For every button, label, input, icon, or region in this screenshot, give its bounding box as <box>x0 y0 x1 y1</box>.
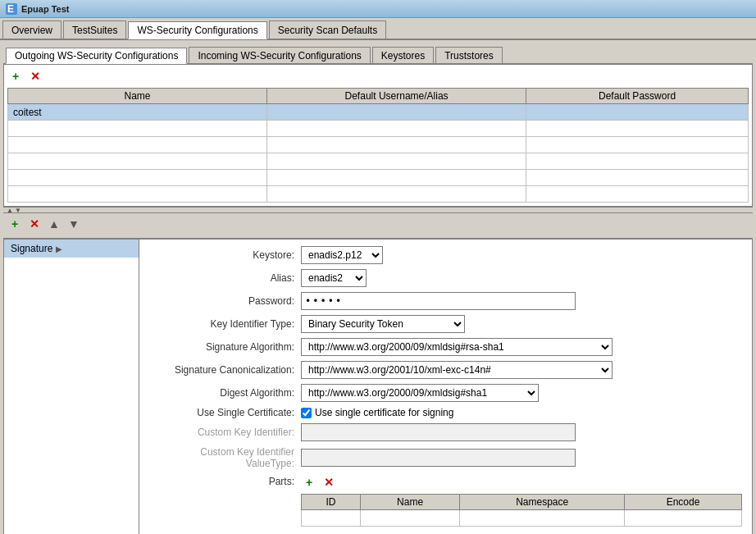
custom-key-identifier-input[interactable] <box>301 423 576 441</box>
table-row-empty <box>8 170 749 186</box>
custom-key-identifier-label: Custom Key Identifier: <box>149 427 301 438</box>
table-row-empty <box>8 153 749 170</box>
sub-tab-truststores[interactable]: Truststores <box>435 47 503 63</box>
add-entry-button[interactable]: + <box>7 216 23 232</box>
signature-algorithm-row: Signature Algorithm: http://www.w3.org/2… <box>149 338 742 356</box>
remove-entry-button[interactable]: ✕ <box>26 216 43 232</box>
col-username: Default Username/Alias <box>267 89 526 104</box>
custom-key-identifier-valuetype-row: Custom Key Identifier ValueType: <box>149 446 742 469</box>
custom-key-identifier-valuetype-input[interactable] <box>301 449 576 467</box>
password-row: Password: <box>149 292 742 310</box>
title-bar: E Epuap Test <box>0 0 756 18</box>
sub-tab-incoming[interactable]: Incoming WS-Security Configurations <box>189 47 370 63</box>
custom-key-identifier-valuetype-label: Custom Key Identifier ValueType: <box>149 446 301 469</box>
signature-canonicalization-row: Signature Canonicalization: http://www.w… <box>149 361 742 379</box>
use-single-cert-label: Use Single Certificate: <box>149 407 301 418</box>
key-identifier-type-label: Key Identifier Type: <box>149 318 301 330</box>
move-down-button[interactable]: ▼ <box>66 216 82 232</box>
parts-table: ID Name Namespace Encode <box>301 494 742 527</box>
alias-select[interactable]: enadis2 <box>301 269 367 287</box>
parts-col-encode: Encode <box>625 495 742 510</box>
cell-password <box>526 104 749 121</box>
digest-algorithm-row: Digest Algorithm: http://www.w3.org/2000… <box>149 384 742 402</box>
table-row-empty <box>8 121 749 137</box>
keystore-label: Keystore: <box>149 249 301 261</box>
sidebar-item-signature[interactable]: Signature ▶ <box>4 240 139 258</box>
use-single-cert-row: Use Single Certificate: Use single certi… <box>149 407 742 418</box>
parts-row: Parts: + ✕ ID Name Namespace <box>149 474 742 527</box>
sub-tab-bar: Outgoing WS-Security Configurations Inco… <box>3 43 753 65</box>
main-tab-bar: Overview TestSuites WS-Security Configur… <box>0 18 756 40</box>
cell-name: coitest <box>8 104 267 121</box>
signature-algorithm-label: Signature Algorithm: <box>149 341 301 353</box>
add-part-button[interactable]: + <box>301 474 317 491</box>
lower-toolbar-container: + ✕ ▲ ▼ <box>3 213 753 239</box>
tab-testsuites[interactable]: TestSuites <box>63 21 126 39</box>
lower-toolbar: + ✕ ▲ ▼ <box>7 216 749 232</box>
config-table: Name Default Username/Alias Default Pass… <box>7 88 749 203</box>
digest-algorithm-select[interactable]: http://www.w3.org/2000/09/xmldsig#sha1 <box>301 384 539 402</box>
col-password: Default Password <box>526 89 749 104</box>
table-row[interactable]: coitest <box>8 104 749 121</box>
use-single-cert-text: Use single certificate for signing <box>315 407 453 418</box>
config-panel: Keystore: enadis2.p12 Alias: enadis2 Pas… <box>139 240 752 534</box>
parts-col-name: Name <box>360 495 459 510</box>
sidebar-item-label: Signature <box>11 243 52 254</box>
keystore-row: Keystore: enadis2.p12 <box>149 246 742 264</box>
keystore-select[interactable]: enadis2.p12 <box>301 246 383 264</box>
tab-overview[interactable]: Overview <box>2 21 61 39</box>
lower-panel: Signature ▶ Keystore: enadis2.p12 Alias:… <box>3 239 753 534</box>
add-config-button[interactable]: + <box>7 68 24 84</box>
alias-row: Alias: enadis2 <box>149 269 742 287</box>
alias-label: Alias: <box>149 272 301 284</box>
use-single-cert-checkbox-group: Use single certificate for signing <box>301 407 453 418</box>
window-title: Epuap Test <box>21 4 69 14</box>
custom-key-identifier-row: Custom Key Identifier: <box>149 423 742 441</box>
parts-col-namespace: Namespace <box>460 495 625 510</box>
parts-section: + ✕ ID Name Namespace Encode <box>301 474 742 527</box>
signature-canonicalization-label: Signature Canonicalization: <box>149 364 301 376</box>
sidebar-expand-icon: ▶ <box>56 244 62 253</box>
upper-toolbar: + ✕ <box>7 68 749 84</box>
table-row-empty <box>8 137 749 153</box>
remove-config-button[interactable]: ✕ <box>27 68 43 84</box>
digest-algorithm-label: Digest Algorithm: <box>149 387 301 399</box>
password-input[interactable] <box>301 292 576 310</box>
splitter[interactable]: ▲ ▼ <box>3 207 753 213</box>
sub-tab-outgoing[interactable]: Outgoing WS-Security Configurations <box>6 48 187 64</box>
table-row-empty <box>8 186 749 203</box>
signature-canonicalization-select[interactable]: http://www.w3.org/2001/10/xml-exc-c14n# <box>301 361 613 379</box>
parts-row-empty <box>302 510 742 527</box>
signature-algorithm-select[interactable]: http://www.w3.org/2000/09/xmldsig#rsa-sh… <box>301 338 613 356</box>
signature-sidebar: Signature ▶ <box>4 240 139 534</box>
parts-toolbar: + ✕ <box>301 474 742 491</box>
cell-username <box>267 104 526 121</box>
key-identifier-type-row: Key Identifier Type: Binary Security Tok… <box>149 315 742 333</box>
col-name: Name <box>8 89 267 104</box>
parts-col-id: ID <box>302 495 361 510</box>
key-identifier-type-select[interactable]: Binary Security TokenIssuer SerialSubjec… <box>301 315 465 333</box>
move-up-button[interactable]: ▲ <box>46 216 62 232</box>
tab-ws-security[interactable]: WS-Security Configurations <box>128 21 266 39</box>
app-icon: E <box>5 2 18 16</box>
tab-security-scan[interactable]: Security Scan Defaults <box>269 21 386 39</box>
remove-part-button[interactable]: ✕ <box>321 474 337 491</box>
sub-tab-keystores[interactable]: Keystores <box>372 47 434 63</box>
parts-label: Parts: <box>149 474 301 487</box>
password-label: Password: <box>149 295 301 307</box>
svg-text:E: E <box>7 3 14 15</box>
upper-panel: + ✕ Name Default Username/Alias Default … <box>3 65 753 207</box>
use-single-cert-checkbox[interactable] <box>301 408 312 418</box>
